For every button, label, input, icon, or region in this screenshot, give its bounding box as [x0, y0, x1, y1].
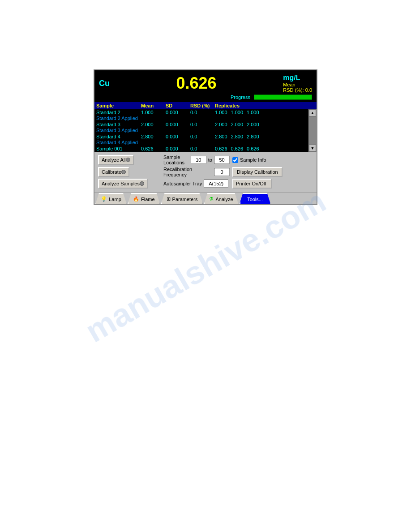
recalibration-freq-input[interactable]: [214, 168, 230, 176]
cell-mean: 2.800: [141, 134, 166, 139]
progress-text: Progress: [231, 94, 250, 100]
scroll-down-arrow[interactable]: ▼: [309, 145, 316, 152]
cell-rsd: 0.0: [190, 122, 215, 127]
table-row: Standard 3 2.000 0.000 0.0 2.000 2.000 2…: [94, 121, 317, 128]
cell-mean: 1.000: [141, 110, 166, 115]
col-scroll: [322, 103, 331, 108]
tab-parameters[interactable]: ⊞ Parameters: [161, 193, 203, 204]
col-mean: Mean: [141, 103, 166, 108]
controls-area: Analyze All Sample Locations to Sample I…: [94, 152, 317, 193]
cell-sample: Sample 001: [96, 146, 141, 151]
cell-sample: Standard 3: [96, 122, 141, 127]
recalibration-label: Recalibration Frequency: [163, 167, 212, 177]
tab-flame[interactable]: 🔥 Flame: [128, 193, 160, 204]
unit-label: mg/L: [283, 74, 312, 82]
cell-rsd: 0.0: [190, 134, 215, 139]
lamp-icon: 💡: [101, 196, 107, 202]
sample-info-label: Sample Info: [240, 157, 266, 163]
sample-locations-to-input[interactable]: [214, 156, 230, 164]
table-header: Sample Mean SD RSD (%) Replicates: [94, 102, 317, 109]
cell-replicates: 2.800 2.800 2.800: [215, 134, 293, 139]
scroll-up-arrow[interactable]: ▲: [309, 109, 316, 116]
analyze-samples-button[interactable]: Analyze Samples: [98, 179, 148, 189]
cell-sd: 0.000: [166, 146, 190, 151]
analyze-all-button[interactable]: Analyze All: [98, 155, 134, 165]
cell-rsd: 0.0: [190, 146, 215, 151]
autosampler-col: Autosampler Tray: [163, 180, 230, 188]
applied-label-3: Standard 4 Applied: [94, 140, 317, 146]
cell-sample: Standard 2: [96, 110, 141, 115]
table-body: Standard 2 1.000 0.000 0.0 1.000 1.000 1…: [94, 109, 317, 152]
cell-replicates: 0.626 0.626 0.626: [215, 146, 293, 151]
printer-col: Printer On/Off: [232, 179, 313, 189]
to-label: to: [208, 157, 212, 163]
sample-locations-col: Sample Locations to: [163, 154, 230, 165]
cell-rsd: 0.0: [190, 110, 215, 115]
progress-bar-fill: [254, 95, 312, 99]
cell-sd: 0.000: [166, 110, 190, 115]
col-replicates: Replicates: [215, 103, 322, 108]
analyze-all-indicator: [126, 158, 130, 162]
col-sd: SD: [166, 103, 190, 108]
cell-replicates: 2.000 2.000 2.000: [215, 122, 293, 127]
analyze-samples-indicator: [140, 181, 144, 186]
app-window: Cu 0.626 mg/L Mean RSD (%): 0.0 Progress…: [94, 69, 317, 205]
element-label: Cu: [99, 79, 110, 88]
cell-mean: 0.626: [141, 146, 166, 151]
controls-row-2: Calibrate Recalibration Frequency Displa…: [98, 167, 313, 177]
calibrate-button[interactable]: Calibrate: [98, 167, 129, 177]
analyze-samples-col: Analyze Samples: [98, 179, 161, 189]
cell-replicates: 1.000 1.000 1.000: [215, 110, 293, 115]
recalibration-col: Recalibration Frequency: [163, 167, 230, 177]
progress-bar-container: [254, 94, 312, 100]
cell-sample: Standard 4: [96, 134, 141, 139]
calibrate-col: Calibrate: [98, 167, 161, 177]
watermark: manualshive.com: [79, 182, 332, 349]
analyze-all-col: Analyze All: [98, 155, 161, 165]
controls-row-1: Analyze All Sample Locations to Sample I…: [98, 154, 313, 165]
tab-analyze-label: Analyze: [215, 197, 233, 202]
unit-block: mg/L Mean RSD (%): 0.0: [283, 74, 312, 93]
sample-locations-from-input[interactable]: [191, 156, 206, 164]
display-cal-col: Display Calibration: [232, 167, 313, 177]
reading-value: 0.626: [110, 74, 283, 93]
tab-tools[interactable]: Tools...: [240, 193, 271, 204]
tab-lamp[interactable]: 💡 Lamp: [95, 193, 127, 204]
cell-mean: 2.000: [141, 122, 166, 127]
col-sample: Sample: [96, 103, 141, 108]
autosampler-label: Autosampler Tray: [163, 181, 202, 186]
parameters-icon: ⊞: [167, 196, 171, 202]
autosampler-tray-input[interactable]: [204, 180, 228, 188]
sample-info-col: Sample Info: [232, 157, 313, 163]
calibrate-indicator: [121, 170, 126, 174]
tab-flame-label: Flame: [141, 197, 155, 202]
tab-parameters-label: Parameters: [172, 197, 198, 202]
display-calibration-button[interactable]: Display Calibration: [232, 167, 283, 177]
tab-analyze[interactable]: ⚗ Analyze: [204, 193, 238, 204]
tools-label: Tools...: [247, 197, 263, 202]
sample-locations-label: Sample Locations: [163, 154, 189, 165]
printer-button[interactable]: Printer On/Off: [232, 179, 272, 189]
tab-lamp-label: Lamp: [109, 197, 121, 202]
cell-sd: 0.000: [166, 122, 190, 127]
analyze-icon: ⚗: [209, 196, 214, 202]
table-scrollbar[interactable]: ▲ ▼: [308, 109, 317, 152]
rsd-label: RSD (%): 0.0: [283, 87, 312, 93]
applied-label-1: Standard 2 Applied: [94, 116, 317, 121]
nav-tabs: 💡 Lamp 🔥 Flame ⊞ Parameters ⚗ Analyze To…: [94, 193, 317, 204]
display-panel: Cu 0.626 mg/L Mean RSD (%): 0.0 Progress: [94, 70, 317, 102]
sample-info-checkbox[interactable]: [232, 157, 238, 163]
table-row: Standard 4 2.800 0.000 0.0 2.800 2.800 2…: [94, 133, 317, 140]
col-rsd: RSD (%): [190, 103, 215, 108]
mean-label: Mean: [283, 82, 312, 87]
controls-row-3: Analyze Samples Autosampler Tray Printer…: [98, 179, 313, 189]
table-row: Sample 001 0.626 0.000 0.0 0.626 0.626 0…: [94, 146, 317, 152]
flame-icon: 🔥: [133, 196, 139, 202]
cell-sd: 0.000: [166, 134, 190, 139]
applied-label-2: Standard 3 Applied: [94, 128, 317, 133]
table-row: Standard 2 1.000 0.000 0.0 1.000 1.000 1…: [94, 109, 317, 116]
